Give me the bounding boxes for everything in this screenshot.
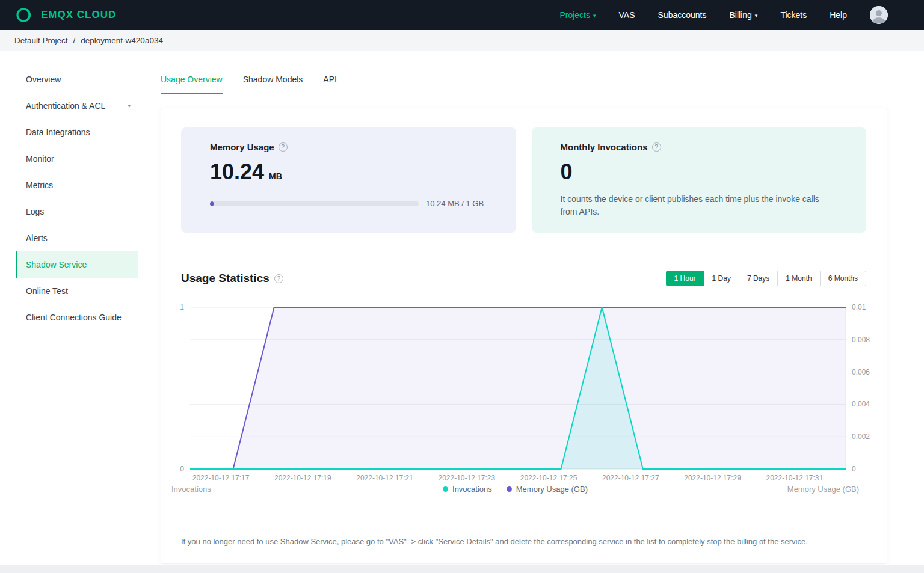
range-6-months-button[interactable]: 6 Months: [820, 271, 866, 286]
right-axis-title: Memory Usage (GB): [588, 485, 859, 494]
sidebar-item-label: Metrics: [26, 180, 53, 190]
avatar[interactable]: [870, 6, 888, 24]
sidebar-item-label: Shadow Service: [26, 260, 87, 269]
usage-panel: Memory Usage ? 10.24 MB 10.24 MB / 1 GB: [161, 108, 887, 564]
user-icon: [870, 6, 888, 24]
memory-usage-value: 10.24: [210, 159, 264, 185]
svg-text:0.01: 0.01: [852, 303, 866, 311]
nav-help[interactable]: Help: [830, 10, 847, 20]
tab-usage-overview[interactable]: Usage Overview: [161, 75, 223, 94]
sidebar-item-client-connections-guide[interactable]: Client Connections Guide: [16, 304, 138, 331]
svg-text:0.008: 0.008: [852, 336, 870, 344]
sidebar-item-label: Authentication & ACL: [26, 101, 105, 111]
sidebar-item-label: Online Test: [26, 286, 68, 296]
chevron-down-icon: ▾: [593, 13, 596, 19]
sidebar-item-label: Client Connections Guide: [26, 313, 122, 322]
monthly-invocations-value: 0: [561, 159, 573, 185]
legend-item-memory-usage[interactable]: Memory Usage (GB): [507, 485, 588, 494]
breadcrumb-separator: /: [73, 36, 76, 45]
breadcrumb-project[interactable]: Default Project: [14, 36, 68, 45]
range-1-hour-button[interactable]: 1 Hour: [666, 271, 704, 286]
breadcrumb: Default Project / deployment-w420a034: [0, 30, 924, 51]
monthly-invocations-help-icon[interactable]: ?: [652, 142, 661, 152]
memory-usage-help-icon[interactable]: ?: [279, 142, 288, 152]
sidebar-item-data-integrations[interactable]: Data Integrations: [16, 119, 138, 146]
svg-text:2022-10-12 17:27: 2022-10-12 17:27: [602, 474, 659, 482]
brand-logo[interactable]: EMQX CLOUD: [16, 5, 116, 25]
nav-billing-label: Billing: [729, 10, 751, 20]
nav-subaccounts-label: Subaccounts: [658, 10, 707, 20]
usage-statistics-header: Usage Statistics ? 1 Hour 1 Day 7 Days 1…: [181, 271, 866, 286]
monthly-invocations-title: Monthly Invocations: [561, 142, 648, 152]
legend-label: Invocations: [452, 485, 492, 494]
brand-name: EMQX CLOUD: [41, 9, 116, 21]
chart-legend: Invocations Memory Usage (GB): [443, 485, 588, 494]
sidebar-item-label: Data Integrations: [26, 127, 90, 137]
memory-usage-unit: MB: [269, 171, 282, 181]
nav-billing[interactable]: Billing ▾: [729, 10, 757, 20]
range-7-days-button[interactable]: 7 Days: [739, 271, 778, 286]
page-bottom-strip: [0, 565, 924, 573]
nav-vas[interactable]: VAS: [619, 10, 635, 20]
usage-line-chart: 00.0020.0040.0060.0080.01012022-10-12 17…: [161, 299, 888, 482]
nav-tickets[interactable]: Tickets: [780, 10, 807, 20]
range-1-month-button[interactable]: 1 Month: [777, 271, 820, 286]
svg-text:2022-10-12 17:29: 2022-10-12 17:29: [684, 474, 741, 482]
usage-statistics-title: Usage Statistics: [181, 272, 270, 285]
memory-progress-fill: [210, 201, 214, 206]
nav-projects[interactable]: Projects ▾: [559, 10, 596, 20]
sidebar-item-alerts[interactable]: Alerts: [16, 225, 138, 251]
svg-text:0: 0: [180, 465, 184, 473]
memory-progress-bar: [210, 201, 419, 206]
range-1-day-button[interactable]: 1 Day: [704, 271, 739, 286]
sidebar-item-label: Overview: [26, 75, 61, 84]
legend-item-invocations[interactable]: Invocations: [443, 485, 492, 494]
sidebar-item-online-test[interactable]: Online Test: [16, 278, 138, 304]
svg-text:2022-10-12 17:23: 2022-10-12 17:23: [438, 474, 495, 482]
memory-progress-label: 10.24 MB / 1 GB: [426, 199, 484, 208]
memory-usage-card: Memory Usage ? 10.24 MB 10.24 MB / 1 GB: [181, 127, 516, 233]
legend-dot-memory-usage: [507, 486, 512, 492]
left-axis-title: Invocations: [171, 485, 443, 494]
sidebar-item-logs[interactable]: Logs: [16, 198, 138, 225]
svg-text:2022-10-12 17:25: 2022-10-12 17:25: [520, 474, 578, 482]
sidebar-item-overview[interactable]: Overview: [16, 66, 138, 93]
sidebar-item-monitor[interactable]: Monitor: [16, 146, 138, 172]
chevron-down-icon: ▾: [755, 13, 758, 19]
sidebar-item-label: Monitor: [26, 154, 54, 164]
svg-text:0: 0: [852, 465, 856, 473]
memory-usage-title: Memory Usage: [210, 142, 274, 152]
shadow-service-billing-note: If you no longer need to use Shadow Serv…: [181, 536, 866, 547]
svg-text:0.002: 0.002: [852, 432, 870, 441]
usage-statistics-help-icon[interactable]: ?: [274, 274, 283, 283]
usage-chart-area: 00.0020.0040.0060.0080.01012022-10-12 17…: [161, 299, 888, 494]
legend-label: Memory Usage (GB): [516, 485, 588, 494]
emqx-logo-icon: [16, 5, 35, 25]
nav-subaccounts[interactable]: Subaccounts: [658, 10, 707, 20]
sidebar: Overview Authentication & ACL ▾ Data Int…: [0, 51, 161, 565]
svg-text:2022-10-12 17:19: 2022-10-12 17:19: [274, 474, 331, 482]
svg-text:0.004: 0.004: [852, 400, 870, 408]
monthly-invocations-card: Monthly Invocations ? 0 It counts the de…: [532, 127, 867, 233]
svg-text:0.006: 0.006: [852, 368, 870, 376]
tab-bar: Usage Overview Shadow Models API: [161, 51, 887, 94]
nav-help-label: Help: [830, 10, 847, 20]
nav-projects-label: Projects: [559, 10, 590, 20]
sidebar-item-metrics[interactable]: Metrics: [16, 172, 138, 198]
sidebar-item-shadow-service[interactable]: Shadow Service: [16, 251, 138, 278]
breadcrumb-deployment: deployment-w420a034: [81, 36, 163, 45]
time-range-group: 1 Hour 1 Day 7 Days 1 Month 6 Months: [666, 271, 866, 286]
nav-vas-label: VAS: [619, 10, 635, 20]
chevron-down-icon: ▾: [128, 103, 131, 109]
sidebar-item-authentication-acl[interactable]: Authentication & ACL ▾: [16, 93, 138, 119]
legend-dot-invocations: [443, 486, 448, 492]
tab-shadow-models[interactable]: Shadow Models: [243, 75, 303, 94]
svg-text:2022-10-12 17:17: 2022-10-12 17:17: [192, 474, 250, 482]
summary-cards: Memory Usage ? 10.24 MB 10.24 MB / 1 GB: [181, 127, 866, 233]
sidebar-item-label: Logs: [26, 207, 44, 216]
tab-api[interactable]: API: [323, 75, 337, 94]
top-navbar: EMQX CLOUD Projects ▾ VAS Subaccounts Bi…: [0, 0, 924, 30]
main-content: Usage Overview Shadow Models API Memory …: [161, 51, 924, 565]
svg-text:2022-10-12 17:31: 2022-10-12 17:31: [766, 474, 823, 482]
top-nav: Projects ▾ VAS Subaccounts Billing ▾ Tic…: [559, 6, 888, 24]
